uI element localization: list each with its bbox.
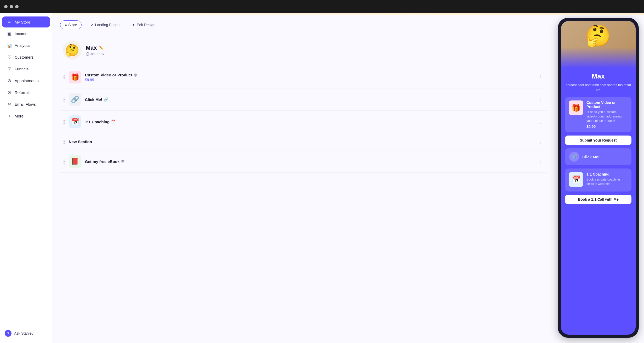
product-info-ebook: Get my free eBook ✉ <box>85 159 532 164</box>
more-icon: + <box>7 113 12 119</box>
ask-stanley-button[interactable]: S Ask Stanley <box>0 327 52 340</box>
tab-store[interactable]: ≡ Store <box>60 20 82 29</box>
tab-landing-pages-label: Landing Pages <box>95 23 119 27</box>
product-thumb-ebook: 📕 <box>69 155 81 168</box>
phone-book-coaching-button[interactable]: Book a 1:1 Call with Me <box>565 195 631 204</box>
drag-handle-click-me[interactable] <box>63 98 65 102</box>
titlebar-dot-2 <box>10 5 13 8</box>
profile-name-text: Max <box>86 44 97 51</box>
phone-product-price-custom-video: $9.99 <box>586 125 628 129</box>
sidebar-label-email-flows: Email Flows <box>15 102 36 106</box>
sidebar-item-appointments[interactable]: ⊙ Appointments <box>2 75 50 86</box>
customers-icon: ♡ <box>7 54 12 60</box>
profile-section: 🤔 Max ✏️ @storemax <box>60 36 547 66</box>
section-header-label: New Section <box>69 139 532 144</box>
phone-submit-request-button[interactable]: Submit Your Request <box>565 136 631 145</box>
phone-link-card-click-me[interactable]: 🔗 Click Me! <box>565 148 631 165</box>
phone-coaching-info: 1:1 Coaching Book a private coaching ses… <box>586 172 628 188</box>
phone-product-card-custom-video: 🎁 Custom Video or Product I'll send you … <box>565 97 631 132</box>
drag-handle-new-section[interactable] <box>63 140 65 144</box>
email-flows-icon: ✉ <box>7 102 12 107</box>
sidebar-item-analytics[interactable]: 📊 Analytics <box>2 40 50 51</box>
tab-landing-pages[interactable]: ↗ Landing Pages <box>87 21 123 29</box>
row-menu-new-section[interactable]: ⋮ <box>536 138 545 145</box>
phone-coaching-title: 1:1 Coaching <box>586 172 628 176</box>
landing-pages-icon: ↗ <box>90 23 94 27</box>
ask-stanley-label: Ask Stanley <box>14 331 33 335</box>
row-menu-click-me[interactable]: ⋮ <box>536 95 545 103</box>
referrals-icon: ⊙ <box>7 90 12 95</box>
tab-store-label: Store <box>68 23 77 27</box>
phone-product-desc-custom-video: I'll send you a custom video/product add… <box>586 110 628 123</box>
edit-design-icon: ✦ <box>132 23 135 27</box>
phone-product-title-custom-video: Custom Video or Product <box>586 100 628 109</box>
phone-content: Max adfadsf sadf asdf asdf asdf sadfas f… <box>561 68 636 208</box>
profile-avatar: 🤔 <box>63 41 82 60</box>
product-thumb-custom-video: 🎁 <box>69 71 81 83</box>
phone-username: Max <box>565 72 631 80</box>
tab-edit-design[interactable]: ✦ Edit Design <box>128 21 159 29</box>
phone-product-img-custom-video: 🎁 <box>569 100 583 115</box>
sidebar-label-customers: Customers <box>15 55 34 59</box>
analytics-icon: 📊 <box>7 43 12 48</box>
phone-bio: adfadsf sadf asdf asdf asdf sadfas fas d… <box>565 82 631 93</box>
wallet-icon: ▣ <box>7 31 12 36</box>
product-row-ebook: 📕 Get my free eBook ✉ ⋮ <box>60 150 547 173</box>
sidebar-label-analytics: Analytics <box>15 43 30 48</box>
sidebar-item-customers[interactable]: ♡ Customers <box>2 52 50 63</box>
edit-profile-icon[interactable]: ✏️ <box>99 46 104 50</box>
row-menu-ebook[interactable]: ⋮ <box>536 158 545 165</box>
funnels-icon: ⊽ <box>7 66 12 72</box>
drag-handle-coaching[interactable] <box>63 120 65 124</box>
profile-handle: @storemax <box>86 52 105 56</box>
sidebar: ≡ My Store ▣ Income 📊 Analytics ♡ Custom… <box>0 13 52 343</box>
top-banner <box>52 13 644 15</box>
phone-preview: 🤔 Max adfadsf sadf asdf asdf asdf sadfas… <box>558 18 639 340</box>
sidebar-item-referrals[interactable]: ⊙ Referrals <box>2 87 50 98</box>
sidebar-item-funnels[interactable]: ⊽ Funnels <box>2 63 50 75</box>
tab-edit-design-label: Edit Design <box>137 23 156 27</box>
product-thumb-click-me: 🔗 <box>69 93 81 106</box>
product-info-click-me: Click Me! 🔗 <box>85 97 532 102</box>
product-badge-custom-video: ◎ <box>134 73 137 77</box>
product-thumb-coaching: 📅 <box>69 115 81 128</box>
sidebar-label-funnels: Funnels <box>15 67 28 71</box>
product-info-custom-video: Custom Video or Product ◎ $9.99 <box>85 73 532 82</box>
row-menu-custom-video[interactable]: ⋮ <box>536 73 545 81</box>
product-badge-coaching: 📅 <box>111 120 116 124</box>
sidebar-label-referrals: Referrals <box>15 90 31 95</box>
sidebar-label-income: Income <box>15 31 27 36</box>
sidebar-label-appointments: Appointments <box>15 78 39 83</box>
sidebar-icon-my-store: ≡ <box>7 19 12 25</box>
sidebar-item-email-flows[interactable]: ✉ Email Flows <box>2 99 50 110</box>
titlebar-dot-1 <box>4 5 8 8</box>
sidebar-item-more[interactable]: + More <box>2 110 50 121</box>
titlebar <box>0 0 644 13</box>
drag-handle-custom-video[interactable] <box>63 75 65 79</box>
product-info-coaching: 1:1 Coaching 📅 <box>85 120 532 124</box>
phone-hero-fade <box>561 47 636 68</box>
store-tab-icon: ≡ <box>65 23 67 27</box>
product-row-coaching: 📅 1:1 Coaching 📅 ⋮ <box>60 111 547 133</box>
sidebar-item-my-store[interactable]: ≡ My Store <box>2 16 50 27</box>
phone-link-label-click-me: Click Me! <box>582 155 600 159</box>
tabs-bar: ≡ Store ↗ Landing Pages ✦ Edit Design <box>60 20 547 29</box>
content-area: ≡ Store ↗ Landing Pages ✦ Edit Design <box>52 15 644 343</box>
row-menu-coaching[interactable]: ⋮ <box>536 118 545 126</box>
phone-screen: 🤔 Max adfadsf sadf asdf asdf asdf sadfas… <box>561 21 636 335</box>
product-price-custom-video: $9.99 <box>85 78 532 82</box>
stanley-avatar: S <box>5 330 12 337</box>
drag-handle-ebook[interactable] <box>63 160 65 164</box>
profile-name-row: Max ✏️ <box>86 44 105 51</box>
sidebar-label-my-store: My Store <box>15 20 30 24</box>
profile-emoji-char: 🤔 <box>65 43 79 57</box>
titlebar-dot-3 <box>15 5 19 8</box>
sidebar-item-income[interactable]: ▣ Income <box>2 28 50 39</box>
phone-hero-emoji: 🤔 <box>585 24 611 48</box>
product-name-ebook: Get my free eBook ✉ <box>85 159 532 164</box>
section-new-section: New Section ⋮ <box>60 133 547 150</box>
sidebar-label-more: More <box>15 114 24 118</box>
profile-info: Max ✏️ @storemax <box>86 44 105 56</box>
store-panel: ≡ Store ↗ Landing Pages ✦ Edit Design <box>52 15 555 343</box>
phone-hero: 🤔 <box>561 21 636 68</box>
